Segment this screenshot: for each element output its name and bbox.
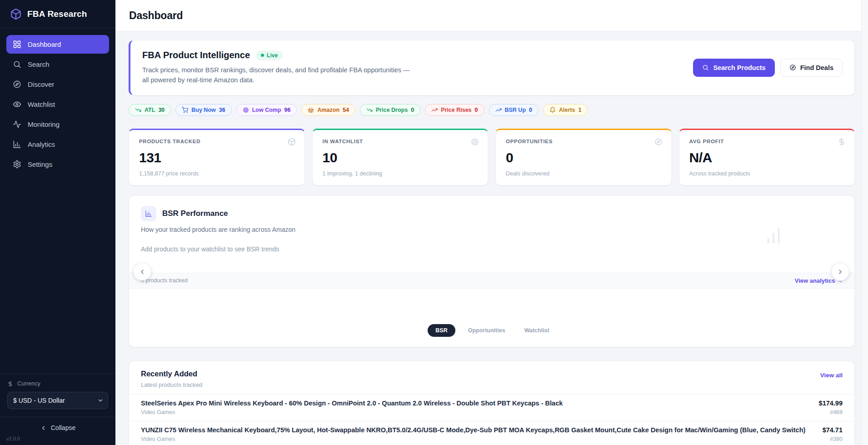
- cart-icon: [182, 107, 188, 113]
- stat-value: N/A: [689, 150, 845, 165]
- box-icon: [288, 138, 296, 146]
- recently-added-card: Recently Added Latest products tracked V…: [129, 361, 855, 445]
- filter-chip-alerts[interactable]: Alerts1: [543, 104, 588, 116]
- view-all-link[interactable]: View all: [820, 370, 843, 379]
- sidebar-item-discover[interactable]: Discover: [6, 75, 109, 94]
- filter-chip-price-drops[interactable]: Price Drops0: [360, 104, 420, 116]
- stat-label: PRODUCTS TRACKED: [139, 139, 294, 144]
- nav-label: Dashboard: [28, 40, 61, 48]
- basket-icon: [308, 107, 314, 113]
- sidebar-item-dashboard[interactable]: Dashboard: [6, 35, 109, 54]
- product-price: $74.71: [823, 426, 843, 434]
- hero-title: FBA Product Intelligence: [142, 50, 250, 60]
- product-row[interactable]: YUNZII C75 Wireless Mechanical Keyboard,…: [129, 421, 854, 445]
- sidebar-item-analytics[interactable]: Analytics: [6, 135, 109, 154]
- sidebar-bottom: Currency $ USD - US Dollar Collapse v2.0…: [0, 373, 115, 445]
- dollar-icon: [7, 381, 13, 387]
- products-tracked-count: 0 products tracked: [141, 277, 188, 284]
- nav-label: Analytics: [28, 140, 55, 148]
- bar-chart-icon: [13, 140, 21, 149]
- chevron-right-icon: [837, 268, 844, 275]
- find-deals-button[interactable]: Find Deals: [780, 59, 843, 77]
- bsr-performance-card: BSR Performance How your tracked product…: [129, 195, 855, 347]
- stat-label: AVG PROFIT: [689, 139, 845, 144]
- search-icon: [13, 60, 21, 69]
- main-area: Dashboard FBA Product Intelligence Live …: [115, 0, 868, 445]
- tab-watchlist[interactable]: Watchlist: [518, 324, 556, 337]
- dashboard-grid-icon: [13, 40, 21, 49]
- app-version: v2.0.0: [0, 434, 115, 445]
- stat-value: 131: [139, 150, 294, 165]
- search-products-button[interactable]: Search Products: [693, 59, 774, 77]
- nav-label: Settings: [28, 160, 52, 168]
- stat-card-in-watchlist: IN WATCHLIST 10 1 improving, 1 declining: [312, 129, 489, 185]
- scrollbar[interactable]: [861, 0, 868, 445]
- trending-up-icon: [431, 107, 438, 113]
- product-rank: #380: [823, 436, 843, 442]
- stat-sub: Deals discovered: [506, 170, 661, 177]
- stat-label: OPPORTUNITIES: [506, 139, 661, 144]
- nav-label: Search: [28, 60, 50, 68]
- sidebar-item-search[interactable]: Search: [6, 55, 109, 74]
- collapse-button[interactable]: Collapse: [0, 417, 115, 434]
- chevron-left-icon: [40, 425, 47, 431]
- compass-icon: [654, 138, 663, 146]
- eye-icon: [13, 100, 21, 109]
- sidebar-item-monitoring[interactable]: Monitoring: [6, 115, 109, 134]
- bsr-empty-state: Add products to your watchlist to see BS…: [129, 233, 854, 273]
- compass-icon: [789, 64, 796, 71]
- tab-bsr[interactable]: BSR: [428, 324, 455, 337]
- dollar-icon: [838, 138, 846, 146]
- product-category: Video Games: [141, 436, 805, 442]
- stat-label: IN WATCHLIST: [323, 139, 478, 144]
- nav-label: Monitoring: [28, 120, 60, 128]
- hero-actions: Search Products Find Deals: [693, 59, 843, 77]
- hero-text: FBA Product Intelligence Live Track pric…: [142, 50, 415, 85]
- hero-description: Track prices, monitor BSR rankings, disc…: [142, 65, 415, 85]
- filter-chip-buy-now[interactable]: Buy Now36: [175, 104, 231, 116]
- trending-down-icon: [135, 107, 141, 113]
- product-category: Video Games: [141, 409, 563, 415]
- compass-icon: [13, 80, 21, 89]
- sidebar-item-watchlist[interactable]: Watchlist: [6, 95, 109, 114]
- chevron-left-icon: [139, 268, 146, 275]
- stat-card-products-tracked: PRODUCTS TRACKED 131 1,158,877 price rec…: [129, 129, 305, 185]
- sidebar-item-settings[interactable]: Settings: [6, 155, 109, 174]
- tab-opportunities[interactable]: Opportunities: [462, 324, 512, 337]
- currency-label: Currency: [7, 380, 108, 387]
- chart-watermark-icon: [763, 225, 784, 246]
- filter-chip-amazon[interactable]: Amazon54: [301, 104, 355, 116]
- filter-chip-price-rises[interactable]: Price Rises0: [425, 104, 484, 116]
- product-price: $174.99: [819, 400, 843, 407]
- gear-icon: [13, 160, 21, 169]
- nav-label: Discover: [28, 80, 54, 88]
- stat-value: 0: [506, 150, 661, 165]
- recent-subtitle: Latest products tracked: [141, 381, 202, 388]
- currency-block: Currency $ USD - US Dollar: [0, 373, 115, 417]
- filter-chip-atl[interactable]: ATL30: [129, 104, 171, 116]
- hero-card: FBA Product Intelligence Live Track pric…: [129, 40, 855, 95]
- product-title: YUNZII C75 Wireless Mechanical Keyboard,…: [141, 426, 805, 434]
- recent-title: Recently Added: [141, 370, 202, 378]
- currency-select[interactable]: $ USD - US Dollar: [7, 392, 108, 409]
- product-row[interactable]: SteelSeries Apex Pro Mini Wireless Keybo…: [129, 395, 854, 421]
- trending-down-icon: [366, 107, 373, 113]
- content: FBA Product Intelligence Live Track pric…: [115, 31, 868, 445]
- carousel-next-button[interactable]: [832, 263, 849, 280]
- filter-chip-bsr-up[interactable]: BSR Up0: [489, 104, 539, 116]
- stat-card-avg-profit: AVG PROFIT N/A Across tracked products: [679, 129, 855, 185]
- sidebar-nav: Dashboard Search Discover Watchlist Moni…: [0, 28, 115, 182]
- filter-chip-low-comp[interactable]: Low Comp96: [236, 104, 297, 116]
- live-badge: Live: [256, 50, 283, 60]
- stat-card-opportunities: OPPORTUNITIES 0 Deals discovered: [495, 129, 672, 185]
- activity-icon: [13, 120, 21, 129]
- stat-sub: 1,158,877 price records: [139, 170, 294, 177]
- brand-name: FBA Research: [27, 9, 87, 19]
- product-title: SteelSeries Apex Pro Mini Wireless Keybo…: [141, 400, 563, 407]
- carousel-prev-button[interactable]: [134, 263, 151, 280]
- page-title: Dashboard: [129, 8, 854, 23]
- bell-icon: [549, 107, 556, 113]
- bsr-tabs: BSR Opportunities Watchlist: [129, 289, 854, 347]
- stat-value: 10: [323, 150, 478, 165]
- target-icon: [471, 138, 479, 146]
